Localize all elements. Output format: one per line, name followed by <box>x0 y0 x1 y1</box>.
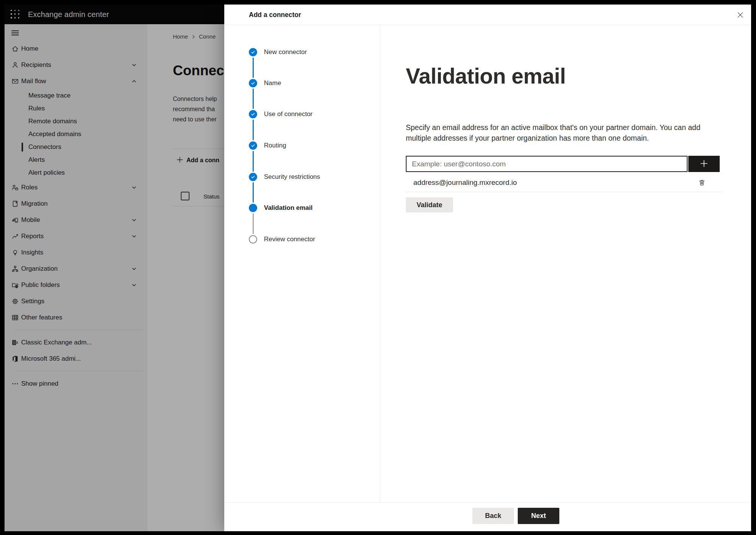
add-email-button[interactable] <box>688 156 720 172</box>
footer-divider <box>224 502 751 502</box>
step-connector-line <box>253 151 254 172</box>
delete-address-button[interactable] <box>697 178 707 188</box>
dialog-title: Add a connector <box>249 11 301 19</box>
check-icon <box>250 112 256 117</box>
step-connector-line <box>253 57 254 78</box>
step-label-review-connector[interactable]: Review connector <box>264 235 315 244</box>
check-icon <box>250 50 256 55</box>
step-connector-line <box>253 182 254 203</box>
back-button[interactable]: Back <box>472 508 514 524</box>
next-button[interactable]: Next <box>518 508 559 524</box>
step-connector-line <box>253 88 254 109</box>
check-icon <box>250 81 256 86</box>
step-circle-routing[interactable] <box>249 141 257 150</box>
step-circle-new-connector[interactable] <box>249 48 257 56</box>
plus-icon <box>700 159 708 169</box>
step-circle-validation-email[interactable] <box>249 204 257 212</box>
step-label-name[interactable]: Name <box>264 79 281 88</box>
email-address-row: address@journaling.mxrecord.io <box>406 173 722 192</box>
add-connector-dialog: Add a connector New connectorNameUse of … <box>224 5 751 531</box>
step-label-validation-email[interactable]: Validation email <box>264 203 313 212</box>
step-heading: Validation email <box>406 64 566 88</box>
step-connector-line <box>253 119 254 140</box>
step-circle-review-connector[interactable] <box>249 235 257 243</box>
step-description: Specify an email address for an active m… <box>406 122 700 143</box>
step-circle-name[interactable] <box>249 79 257 87</box>
exchange-admin-center-app: Exchange admin center HomeRecipientsMail… <box>5 5 751 531</box>
close-icon[interactable] <box>734 9 746 21</box>
step-circle-use-of-connector[interactable] <box>249 110 257 118</box>
check-icon <box>250 143 256 148</box>
steps-panel-divider <box>380 25 380 502</box>
check-icon <box>250 174 256 180</box>
trash-icon <box>698 179 706 186</box>
step-connector-line <box>253 213 254 234</box>
email-address-value: address@journaling.mxrecord.io <box>413 178 517 187</box>
validate-button[interactable]: Validate <box>406 197 453 212</box>
step-label-new-connector[interactable]: New connector <box>264 48 307 57</box>
step-circle-security-restrictions[interactable] <box>249 173 257 181</box>
step-label-routing[interactable]: Routing <box>264 141 286 150</box>
step-label-security-restrictions[interactable]: Security restrictions <box>264 172 320 181</box>
step-label-use-of-connector[interactable]: Use of connector <box>264 110 313 119</box>
validation-email-input[interactable] <box>406 156 688 172</box>
dialog-header: Add a connector <box>224 5 751 25</box>
